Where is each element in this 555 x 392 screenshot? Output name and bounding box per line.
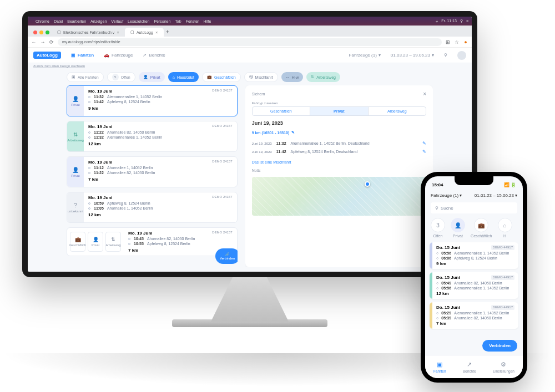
filter-hausgast[interactable]: ⌂ HausGäst xyxy=(168,72,199,82)
cat-privat[interactable]: 👤Privat xyxy=(88,232,103,252)
edit-icon[interactable]: ✎ xyxy=(422,149,426,154)
tab-title: AutoLogg xyxy=(137,30,153,34)
menu-hilfe[interactable]: Hilfe xyxy=(203,19,211,23)
menu-personen[interactable]: Personen xyxy=(154,19,170,23)
forward-icon[interactable]: → xyxy=(40,39,46,45)
detail-start-row: Juni 19, 202311:32Alemannenallee 1, 1405… xyxy=(252,139,426,147)
phone-trip-card[interactable]: Do. 15 JuniDEMO 44917 ○ 05:49Ahornallee … xyxy=(430,272,518,299)
nav-berichte[interactable]: ↗Berichte xyxy=(463,361,476,373)
window-controls[interactable] xyxy=(31,30,52,37)
cat-geschaeftlich[interactable]: 💼Geschäftlich xyxy=(70,232,85,252)
trip-card[interactable]: ⇅Arbeitsweg Mo. 19 JuniDEMO 24157 11:22A… xyxy=(67,121,238,152)
back-icon[interactable]: ← xyxy=(31,39,37,45)
address-bar[interactable]: my.autologg.com/trips/editor/table xyxy=(58,38,442,46)
nav-berichte[interactable]: ↗ Berichte xyxy=(143,53,165,58)
filter-hinweg[interactable]: ↔ H-w xyxy=(281,72,303,82)
trip-category-badge: ⇅Arbeitsweg xyxy=(67,121,84,151)
trip-card[interactable]: 👤Privat Mo. 19 JuniDEMO 24157 11:12Ahorn… xyxy=(67,156,238,187)
profile-icon[interactable]: ● xyxy=(463,39,468,45)
mischfahrt-link[interactable]: Das ist eine Mischfahrt xyxy=(252,160,426,164)
menu-datei[interactable]: Datei xyxy=(54,19,63,23)
phone-trip-card[interactable]: Do. 15 JuniDEMO 44917 ○ 05:56Alemannenal… xyxy=(430,242,518,269)
trip-card[interactable]: 👤Privat Mo. 19 JuniDEMO 24157 11:32Alema… xyxy=(67,85,238,116)
vehicle-selector[interactable]: Fahrzeuge (1) ▾ xyxy=(349,53,381,58)
close-icon[interactable]: × xyxy=(423,91,426,97)
browser-tab-1[interactable]: ▢ Elektronisches Fahrtenbuch v × xyxy=(52,28,125,37)
clock: Fr. 11:13 xyxy=(441,19,457,23)
chip-privat[interactable]: 👤Privat xyxy=(451,218,465,238)
verbinden-button[interactable]: 🔗Verbinden xyxy=(215,248,238,264)
chrome-menu[interactable]: Chrome xyxy=(36,19,49,23)
signal-battery-icon: 📶 🔋 xyxy=(504,182,516,187)
trip-distance: 9 km xyxy=(88,106,233,111)
search-icon[interactable]: ⚲ xyxy=(444,53,447,58)
seg-arbeitsweg[interactable]: Arbeitsweg xyxy=(369,107,426,115)
chip-more[interactable]: ⌂H xyxy=(498,218,512,238)
question-icon: ? xyxy=(74,202,77,208)
nav-fahrten[interactable]: ▣Fahrten xyxy=(433,361,446,373)
iphone-notch xyxy=(455,176,493,185)
logo[interactable]: AutoLogg xyxy=(33,52,61,59)
detail-date: Juni 19, 2023 xyxy=(252,120,426,126)
browser-tab-2[interactable]: ▢ AutoLogg × xyxy=(125,28,164,37)
filter-alle[interactable]: ▣ Alle Fahrten xyxy=(67,72,104,82)
tab-favicon: ▢ xyxy=(130,30,134,34)
trip-date: Mo. 19 Juni xyxy=(88,89,113,94)
trip-card-categorize[interactable]: 💼Geschäftlich 👤Privat ⇅Arbeitsweg Mo. 19… xyxy=(67,227,238,256)
detail-sichern: Sichern xyxy=(252,92,265,96)
phone-time: 15:04 xyxy=(432,182,443,187)
nav-fahrten[interactable]: ▣ Fahrten xyxy=(71,53,94,58)
trip-category-badge: 👤Privat xyxy=(67,86,84,116)
close-icon[interactable]: × xyxy=(117,30,119,35)
edit-icon[interactable]: ✎ xyxy=(291,130,295,135)
detail-end-row: Juni 19, 202311:42Apfelweg 8, 12524 Berl… xyxy=(252,147,426,156)
date-range[interactable]: 01.03.23 – 19.06.23 ▾ xyxy=(391,53,434,58)
tab-favicon: ▢ xyxy=(57,30,61,34)
menu-fenster[interactable]: Fenster xyxy=(186,19,199,23)
user-icon: 👤 xyxy=(72,96,79,102)
filter-privat[interactable]: 👤 Privat xyxy=(139,72,165,82)
share-icon: ↗ xyxy=(467,361,472,368)
phone-trip-card[interactable]: Do. 15 JuniDEMO 44917 ○ 05:29Alemannenal… xyxy=(430,302,518,329)
map-pin-icon xyxy=(365,181,370,187)
search-icon[interactable]: ⚲ xyxy=(460,19,463,23)
filter-mischfahrt[interactable]: Ⓜ Mischfahrt xyxy=(244,72,278,82)
chip-offen[interactable]: 3Offen xyxy=(431,218,445,238)
phone-search-input[interactable]: ⚲Suche xyxy=(431,202,517,213)
trip-list: 👤Privat Mo. 19 JuniDEMO 24157 11:32Alema… xyxy=(67,85,238,267)
phone-date-range[interactable]: 01.01.23 – 15.06.23 ▾ xyxy=(475,193,517,198)
imac-mockup: Chrome Datei Bearbeiten Anzeigen Verlauf… xyxy=(22,11,477,299)
extensions-icon[interactable]: ⊞ xyxy=(445,39,451,45)
reload-icon[interactable]: ⟳ xyxy=(49,39,54,45)
wifi-icon: ⏚ xyxy=(436,19,438,23)
menu-bearbeiten[interactable]: Bearbeiten xyxy=(67,19,86,23)
trip-category-badge: ?unbekannt xyxy=(67,192,84,222)
trip-card[interactable]: ?unbekannt Mo. 19 JuniDEMO 24157 10:59Ap… xyxy=(67,192,238,223)
back-to-old-design-link[interactable]: Zurück zum alten Design wechseln xyxy=(28,63,472,69)
user-icon: 👤 xyxy=(451,218,465,232)
detail-km: 9 km (16501 - 16510)✎ xyxy=(252,130,426,135)
map-preview[interactable] xyxy=(252,177,426,216)
menu-anzeigen[interactable]: Anzeigen xyxy=(90,19,107,23)
phone-verbinden-button[interactable]: Verbinden xyxy=(482,340,517,352)
avatar[interactable] xyxy=(457,51,466,60)
edit-icon[interactable]: ✎ xyxy=(422,141,426,146)
phone-vehicle-selector[interactable]: Fahrzeuge (1) ▾ xyxy=(431,193,462,198)
star-icon[interactable]: ☆ xyxy=(454,39,460,45)
menu-lesezeichen[interactable]: Lesezeichen xyxy=(128,19,149,23)
nav-fahrzeuge[interactable]: 🚗 Fahrzeuge xyxy=(104,53,133,58)
menu-icon[interactable]: ≡ xyxy=(466,19,468,23)
menu-tab[interactable]: Tab xyxy=(175,19,181,23)
chip-geschaeftlich[interactable]: 💼Geschäftlich xyxy=(471,218,492,238)
cat-arbeitsweg[interactable]: ⇅Arbeitsweg xyxy=(105,232,121,252)
close-icon[interactable]: × xyxy=(155,30,158,35)
filter-offen[interactable]: 5Offen xyxy=(107,72,135,82)
seg-geschaeftlich[interactable]: Geschäftlich xyxy=(253,107,310,115)
filter-arbeitsweg[interactable]: ⇅ Arbeitsweg xyxy=(306,72,340,82)
filter-geschaeftlich[interactable]: 💼 Geschäftlich xyxy=(202,72,241,82)
nav-einstellungen[interactable]: ⚙Einstellungen xyxy=(493,361,514,373)
new-tab-button[interactable]: + xyxy=(164,28,171,35)
seg-privat[interactable]: Privat xyxy=(310,107,368,115)
menu-verlauf[interactable]: Verlauf xyxy=(111,19,123,23)
user-icon: 👤 xyxy=(72,167,79,173)
